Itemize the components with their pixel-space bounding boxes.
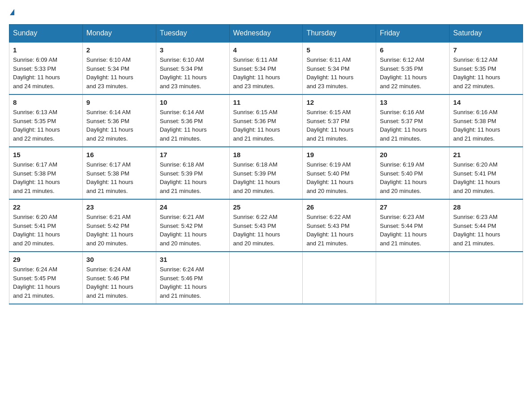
day-number: 22: [13, 203, 79, 211]
calendar-week-row: 1 Sunrise: 6:09 AM Sunset: 5:33 PM Dayli…: [9, 42, 523, 94]
day-number: 18: [233, 151, 299, 158]
calendar-cell: [229, 252, 303, 304]
day-info: Sunrise: 6:23 AM Sunset: 5:44 PM Dayligh…: [380, 213, 446, 248]
day-info: Sunrise: 6:24 AM Sunset: 5:45 PM Dayligh…: [13, 265, 79, 300]
calendar-cell: 27 Sunrise: 6:23 AM Sunset: 5:44 PM Dayl…: [376, 199, 450, 252]
calendar-cell: 23 Sunrise: 6:21 AM Sunset: 5:42 PM Dayl…: [82, 199, 156, 252]
calendar-cell: 26 Sunrise: 6:22 AM Sunset: 5:43 PM Dayl…: [303, 199, 376, 252]
calendar-cell: 1 Sunrise: 6:09 AM Sunset: 5:33 PM Dayli…: [9, 42, 83, 94]
calendar-cell: 20 Sunrise: 6:19 AM Sunset: 5:40 PM Dayl…: [376, 147, 450, 199]
day-info: Sunrise: 6:13 AM Sunset: 5:35 PM Dayligh…: [13, 108, 79, 143]
logo-triangle-icon: [10, 9, 14, 15]
calendar-cell: 15 Sunrise: 6:17 AM Sunset: 5:38 PM Dayl…: [9, 147, 83, 199]
day-number: 23: [86, 203, 152, 211]
day-number: 20: [380, 151, 446, 158]
calendar-header-row: SundayMondayTuesdayWednesdayThursdayFrid…: [9, 25, 523, 43]
day-number: 12: [306, 98, 372, 106]
calendar-cell: 10 Sunrise: 6:14 AM Sunset: 5:36 PM Dayl…: [156, 94, 229, 147]
calendar-cell: [303, 252, 376, 304]
day-number: 4: [233, 46, 299, 54]
day-info: Sunrise: 6:20 AM Sunset: 5:41 PM Dayligh…: [453, 160, 519, 195]
day-info: Sunrise: 6:21 AM Sunset: 5:42 PM Dayligh…: [86, 213, 152, 248]
day-number: 2: [86, 46, 152, 54]
day-info: Sunrise: 6:18 AM Sunset: 5:39 PM Dayligh…: [233, 160, 299, 195]
day-info: Sunrise: 6:15 AM Sunset: 5:37 PM Dayligh…: [306, 108, 372, 143]
day-number: 5: [306, 46, 372, 54]
day-info: Sunrise: 6:20 AM Sunset: 5:41 PM Dayligh…: [13, 213, 79, 248]
day-info: Sunrise: 6:17 AM Sunset: 5:38 PM Dayligh…: [13, 160, 79, 195]
day-info: Sunrise: 6:09 AM Sunset: 5:33 PM Dayligh…: [13, 56, 79, 90]
day-info: Sunrise: 6:10 AM Sunset: 5:34 PM Dayligh…: [86, 56, 152, 90]
day-info: Sunrise: 6:19 AM Sunset: 5:40 PM Dayligh…: [306, 160, 372, 195]
calendar-cell: 6 Sunrise: 6:12 AM Sunset: 5:35 PM Dayli…: [376, 42, 450, 94]
calendar-cell: 29 Sunrise: 6:24 AM Sunset: 5:45 PM Dayl…: [9, 252, 83, 304]
day-number: 26: [306, 203, 372, 211]
calendar-week-row: 8 Sunrise: 6:13 AM Sunset: 5:35 PM Dayli…: [9, 94, 523, 147]
day-number: 13: [380, 98, 446, 106]
day-info: Sunrise: 6:11 AM Sunset: 5:34 PM Dayligh…: [233, 56, 299, 90]
day-number: 28: [453, 203, 519, 211]
logo: [9, 9, 14, 15]
day-info: Sunrise: 6:12 AM Sunset: 5:35 PM Dayligh…: [380, 56, 446, 90]
day-header-saturday: Saturday: [450, 25, 523, 43]
calendar-cell: 25 Sunrise: 6:22 AM Sunset: 5:43 PM Dayl…: [229, 199, 303, 252]
day-number: 10: [160, 98, 226, 106]
calendar-cell: 9 Sunrise: 6:14 AM Sunset: 5:36 PM Dayli…: [82, 94, 156, 147]
day-info: Sunrise: 6:22 AM Sunset: 5:43 PM Dayligh…: [233, 213, 299, 248]
day-info: Sunrise: 6:22 AM Sunset: 5:43 PM Dayligh…: [306, 213, 372, 248]
day-number: 24: [160, 203, 226, 211]
calendar-cell: 28 Sunrise: 6:23 AM Sunset: 5:44 PM Dayl…: [450, 199, 523, 252]
day-number: 30: [86, 256, 152, 263]
calendar-cell: 22 Sunrise: 6:20 AM Sunset: 5:41 PM Dayl…: [9, 199, 83, 252]
day-info: Sunrise: 6:16 AM Sunset: 5:37 PM Dayligh…: [380, 108, 446, 143]
day-number: 9: [86, 98, 152, 106]
calendar-cell: 19 Sunrise: 6:19 AM Sunset: 5:40 PM Dayl…: [303, 147, 376, 199]
day-number: 14: [453, 98, 519, 106]
calendar-cell: 2 Sunrise: 6:10 AM Sunset: 5:34 PM Dayli…: [82, 42, 156, 94]
calendar-week-row: 22 Sunrise: 6:20 AM Sunset: 5:41 PM Dayl…: [9, 199, 523, 252]
calendar-cell: 7 Sunrise: 6:12 AM Sunset: 5:35 PM Dayli…: [450, 42, 523, 94]
day-info: Sunrise: 6:24 AM Sunset: 5:46 PM Dayligh…: [160, 265, 226, 300]
calendar-cell: 12 Sunrise: 6:15 AM Sunset: 5:37 PM Dayl…: [303, 94, 376, 147]
day-info: Sunrise: 6:16 AM Sunset: 5:38 PM Dayligh…: [453, 108, 519, 143]
page-header: [9, 9, 523, 15]
day-number: 27: [380, 203, 446, 211]
day-info: Sunrise: 6:19 AM Sunset: 5:40 PM Dayligh…: [380, 160, 446, 195]
day-number: 3: [160, 46, 226, 54]
day-number: 21: [453, 151, 519, 158]
day-header-tuesday: Tuesday: [156, 25, 229, 43]
day-header-wednesday: Wednesday: [229, 25, 303, 43]
day-info: Sunrise: 6:14 AM Sunset: 5:36 PM Dayligh…: [86, 108, 152, 143]
day-info: Sunrise: 6:11 AM Sunset: 5:34 PM Dayligh…: [306, 56, 372, 90]
calendar-cell: 17 Sunrise: 6:18 AM Sunset: 5:39 PM Dayl…: [156, 147, 229, 199]
calendar-cell: 8 Sunrise: 6:13 AM Sunset: 5:35 PM Dayli…: [9, 94, 83, 147]
day-number: 11: [233, 98, 299, 106]
calendar-cell: [376, 252, 450, 304]
day-number: 7: [453, 46, 519, 54]
day-number: 15: [13, 151, 79, 158]
day-number: 31: [160, 256, 226, 263]
calendar-cell: 5 Sunrise: 6:11 AM Sunset: 5:34 PM Dayli…: [303, 42, 376, 94]
day-header-monday: Monday: [82, 25, 156, 43]
day-header-sunday: Sunday: [9, 25, 83, 43]
calendar-cell: 13 Sunrise: 6:16 AM Sunset: 5:37 PM Dayl…: [376, 94, 450, 147]
day-header-friday: Friday: [376, 25, 450, 43]
calendar-cell: 24 Sunrise: 6:21 AM Sunset: 5:42 PM Dayl…: [156, 199, 229, 252]
day-info: Sunrise: 6:18 AM Sunset: 5:39 PM Dayligh…: [160, 160, 226, 195]
day-info: Sunrise: 6:14 AM Sunset: 5:36 PM Dayligh…: [160, 108, 226, 143]
calendar-cell: 4 Sunrise: 6:11 AM Sunset: 5:34 PM Dayli…: [229, 42, 303, 94]
day-info: Sunrise: 6:15 AM Sunset: 5:36 PM Dayligh…: [233, 108, 299, 143]
day-number: 16: [86, 151, 152, 158]
calendar-week-row: 29 Sunrise: 6:24 AM Sunset: 5:45 PM Dayl…: [9, 252, 523, 304]
day-info: Sunrise: 6:17 AM Sunset: 5:38 PM Dayligh…: [86, 160, 152, 195]
calendar-cell: 18 Sunrise: 6:18 AM Sunset: 5:39 PM Dayl…: [229, 147, 303, 199]
calendar-cell: 3 Sunrise: 6:10 AM Sunset: 5:34 PM Dayli…: [156, 42, 229, 94]
calendar-cell: 31 Sunrise: 6:24 AM Sunset: 5:46 PM Dayl…: [156, 252, 229, 304]
day-number: 29: [13, 256, 79, 263]
calendar-cell: 21 Sunrise: 6:20 AM Sunset: 5:41 PM Dayl…: [450, 147, 523, 199]
day-info: Sunrise: 6:24 AM Sunset: 5:46 PM Dayligh…: [86, 265, 152, 300]
day-info: Sunrise: 6:12 AM Sunset: 5:35 PM Dayligh…: [453, 56, 519, 90]
calendar-cell: 30 Sunrise: 6:24 AM Sunset: 5:46 PM Dayl…: [82, 252, 156, 304]
day-number: 1: [13, 46, 79, 54]
calendar-cell: 14 Sunrise: 6:16 AM Sunset: 5:38 PM Dayl…: [450, 94, 523, 147]
